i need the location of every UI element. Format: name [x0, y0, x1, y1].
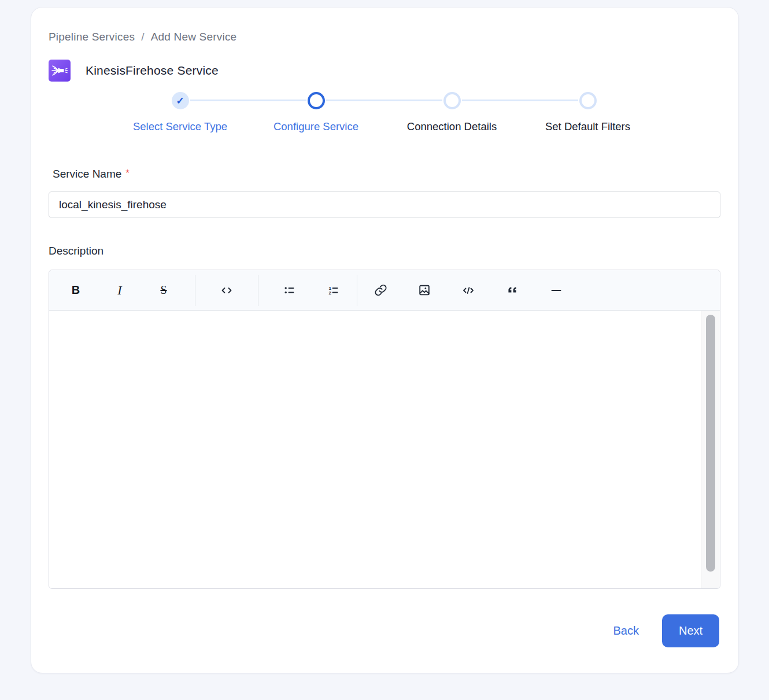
- horizontal-rule-icon: [549, 283, 564, 297]
- toolbar-divider: [195, 275, 195, 306]
- toolbar-code-block-button[interactable]: [446, 277, 490, 304]
- step-connector: [326, 100, 442, 101]
- step-select-service-type: ✓Select Service Type: [112, 92, 248, 133]
- toolbar-divider: [258, 275, 258, 306]
- strikethrough-icon: S: [160, 283, 167, 297]
- required-asterisk: *: [125, 168, 130, 179]
- breadcrumb-add-new-service: Add New Service: [151, 31, 237, 43]
- next-button[interactable]: Next: [662, 614, 719, 647]
- description-editor: BIS12: [49, 270, 720, 589]
- editor-scrollbar[interactable]: [701, 311, 720, 588]
- inline-code-icon: [219, 283, 234, 297]
- service-name-label: Service Name*: [53, 168, 719, 180]
- wizard-footer: Back Next: [49, 614, 719, 647]
- service-name-input[interactable]: [49, 191, 720, 218]
- toolbar-italic-button[interactable]: I: [98, 277, 142, 304]
- step-label: Set Default Filters: [545, 120, 630, 133]
- step-label: Select Service Type: [133, 120, 227, 133]
- kinesis-firehose-icon: [49, 60, 71, 82]
- toolbar-numbered-list-button[interactable]: 12: [312, 277, 356, 304]
- description-editor-body[interactable]: [49, 311, 701, 588]
- italic-icon: I: [117, 283, 121, 298]
- breadcrumb-separator: /: [141, 31, 144, 43]
- editor-toolbar: BIS12: [49, 270, 720, 311]
- code-block-icon: [460, 283, 476, 297]
- description-label: Description: [49, 245, 719, 257]
- step-configure-service: Configure Service: [248, 92, 384, 133]
- step-connector: [462, 100, 578, 101]
- toolbar-divider: [357, 275, 357, 306]
- editor-scrollbar-thumb[interactable]: [706, 315, 715, 572]
- step-label: Connection Details: [407, 120, 497, 133]
- step-connection-details: Connection Details: [384, 92, 520, 133]
- image-icon: [417, 283, 432, 297]
- toolbar-strikethrough-button[interactable]: S: [142, 277, 186, 304]
- svg-text:2: 2: [328, 290, 331, 295]
- step-set-default-filters: Set Default Filters: [520, 92, 656, 133]
- blockquote-icon: [505, 283, 520, 297]
- check-icon: ✓: [176, 96, 184, 106]
- step-label: Configure Service: [273, 120, 358, 133]
- toolbar-bulleted-list-button[interactable]: [268, 277, 312, 304]
- toolbar-bold-button[interactable]: B: [54, 277, 98, 304]
- add-service-card: Pipeline Services / Add New Service: [31, 7, 739, 673]
- numbered-list-icon: 12: [326, 283, 341, 297]
- toolbar-link-button[interactable]: [358, 277, 402, 304]
- page-title: KinesisFirehose Service: [86, 64, 219, 78]
- bold-icon: B: [72, 283, 80, 297]
- step-connector: [190, 100, 306, 101]
- toolbar-inline-code-button[interactable]: [205, 277, 249, 304]
- toolbar-blockquote-button[interactable]: [490, 277, 534, 304]
- step-indicator[interactable]: [443, 92, 461, 109]
- step-indicator[interactable]: ✓: [172, 92, 189, 109]
- toolbar-horizontal-rule-button[interactable]: [534, 277, 578, 304]
- service-header: KinesisFirehose Service: [49, 60, 719, 82]
- breadcrumb-pipeline-services[interactable]: Pipeline Services: [49, 31, 135, 43]
- back-button[interactable]: Back: [613, 624, 639, 638]
- bulleted-list-icon: [282, 283, 297, 297]
- link-icon: [373, 283, 389, 297]
- step-indicator[interactable]: [308, 92, 325, 109]
- breadcrumb: Pipeline Services / Add New Service: [49, 31, 719, 43]
- toolbar-image-button[interactable]: [402, 277, 446, 304]
- step-indicator[interactable]: [579, 92, 597, 109]
- progress-stepper: ✓Select Service TypeConfigure ServiceCon…: [112, 92, 656, 133]
